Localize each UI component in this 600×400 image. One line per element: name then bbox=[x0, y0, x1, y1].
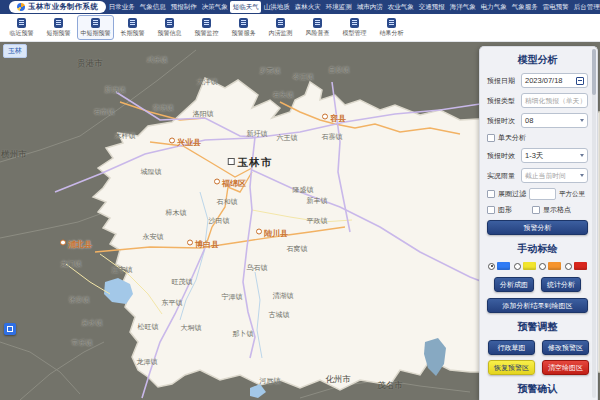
forecast-time-select[interactable]: 08 bbox=[521, 113, 588, 128]
adjust-button-1[interactable]: 行政草图 bbox=[488, 340, 535, 355]
forecast-period-value: 1-3天 bbox=[525, 151, 543, 161]
forecast-date-row: 预报日期 2023/07/18 bbox=[487, 73, 588, 88]
county-label: 容县 bbox=[322, 113, 346, 124]
town-label: 江宁镇 bbox=[112, 265, 133, 275]
warning-analysis-button[interactable]: 预警分析 bbox=[487, 220, 588, 235]
display-options-row: 图形 显示格点 bbox=[487, 205, 588, 215]
single-day-checkbox[interactable] bbox=[487, 134, 495, 142]
forecast-date-input[interactable]: 2023/07/18 bbox=[521, 73, 588, 88]
top-nav-item-6[interactable]: 山洪地质 bbox=[261, 1, 292, 13]
top-nav-item-14[interactable]: 气象服务 bbox=[509, 1, 540, 13]
app-logo[interactable]: 玉林市业务制作系统 bbox=[9, 1, 106, 13]
panel-scrollbar[interactable] bbox=[592, 49, 596, 398]
top-nav-item-9[interactable]: 城市内涝 bbox=[354, 1, 385, 13]
warning-confirm-title: 预警确认 bbox=[487, 382, 588, 396]
plot-color-option-3[interactable] bbox=[539, 262, 561, 270]
tab-8[interactable]: 内涝监测 bbox=[262, 15, 299, 40]
tab-3[interactable]: 中短期预警 bbox=[77, 15, 114, 40]
town-label: 宁潭镇 bbox=[222, 292, 243, 302]
tab-label: 预警信息 bbox=[158, 29, 182, 38]
plot-color-option-2[interactable] bbox=[514, 262, 536, 270]
county-label: 浦北县 bbox=[60, 239, 92, 250]
town-label: 石和镇 bbox=[217, 197, 238, 207]
top-nav-item-11[interactable]: 交通预报 bbox=[416, 1, 447, 13]
town-label: 石头镇 bbox=[273, 90, 294, 100]
globe-icon bbox=[17, 3, 25, 11]
grid-points-checkbox[interactable] bbox=[532, 206, 540, 214]
top-nav-item-8[interactable]: 环境监测 bbox=[323, 1, 354, 13]
top-nav-item-3[interactable]: 预报制作 bbox=[168, 1, 199, 13]
chevron-down-icon bbox=[580, 174, 584, 177]
town-label: 新塘镇 bbox=[105, 85, 126, 95]
top-nav-item-4[interactable]: 决策气象 bbox=[199, 1, 230, 13]
county-label: 兴业县 bbox=[169, 137, 201, 148]
town-label: 六王镇 bbox=[277, 133, 298, 143]
top-nav-item-7[interactable]: 森林火灾 bbox=[292, 1, 323, 13]
adjust-button-4[interactable]: 清空绘图区 bbox=[542, 360, 589, 375]
topbar: 玉林市业务制作系统 日常业务气象信息预报制作决策气象短临天气山洪地质森林火灾环境… bbox=[0, 0, 600, 14]
tab-4[interactable]: 长期预警 bbox=[114, 15, 151, 40]
tab-7[interactable]: 预警服务 bbox=[225, 15, 262, 40]
analysis-image-button[interactable]: 分析成图 bbox=[494, 277, 534, 292]
top-nav-item-2[interactable]: 气象信息 bbox=[137, 1, 168, 13]
tab-11[interactable]: 结果分析 bbox=[373, 15, 410, 40]
model-analysis-title: 模型分析 bbox=[487, 53, 588, 67]
legend-checkbox[interactable] bbox=[487, 206, 495, 214]
tab-5[interactable]: 预警信息 bbox=[151, 15, 188, 40]
town-label: 蒲塘镇 bbox=[153, 103, 174, 113]
color-swatch bbox=[523, 262, 536, 270]
plot-color-option-1[interactable] bbox=[488, 262, 510, 270]
forecast-time-row: 预报时次 08 bbox=[487, 113, 588, 128]
forecast-period-select[interactable]: 1-3天 bbox=[521, 148, 588, 163]
forecast-date-value: 2023/07/18 bbox=[525, 76, 563, 85]
area-filter-checkbox[interactable] bbox=[487, 190, 495, 198]
city-label: 化州市 bbox=[325, 374, 351, 386]
adjust-button-2[interactable]: 修改预警区 bbox=[542, 340, 589, 355]
legend-label: 图形 bbox=[498, 205, 512, 215]
tab-10[interactable]: 模型管理 bbox=[336, 15, 373, 40]
map-layer-control[interactable] bbox=[4, 323, 16, 335]
app-screen: 玉林市业务制作系统 日常业务气象信息预报制作决策气象短临天气山洪地质森林火灾环境… bbox=[0, 0, 600, 400]
town-label: 自良镇 bbox=[329, 65, 350, 75]
top-nav-item-16[interactable]: 后台管理 bbox=[571, 1, 600, 13]
plot-color-option-4[interactable] bbox=[565, 262, 587, 270]
top-nav-item-5[interactable]: 短临天气 bbox=[230, 1, 261, 13]
town-label: 大垌镇 bbox=[181, 323, 202, 333]
main-city-label: 玉林市 bbox=[228, 156, 273, 170]
area-filter-unit: 平方公里 bbox=[559, 190, 585, 199]
tab-2[interactable]: 短期预警 bbox=[40, 15, 77, 40]
top-nav-item-1[interactable]: 日常业务 bbox=[106, 1, 137, 13]
forecast-date-label: 预报日期 bbox=[487, 76, 518, 86]
tab-label: 模型管理 bbox=[343, 29, 367, 38]
warning-adjust-title: 预警调整 bbox=[487, 320, 588, 334]
top-nav-item-10[interactable]: 农业气象 bbox=[385, 1, 416, 13]
area-filter-input[interactable] bbox=[529, 188, 556, 200]
document-icon bbox=[17, 18, 26, 28]
tab-9[interactable]: 风险普查 bbox=[299, 15, 336, 40]
town-label: 龙门镇 bbox=[61, 259, 82, 269]
tab-6[interactable]: 预警监控 bbox=[188, 15, 225, 40]
town-label: 新圩镇 bbox=[247, 129, 268, 139]
forecast-type-input[interactable]: 精细化预报（单天） bbox=[521, 93, 588, 108]
tab-label: 临近预警 bbox=[10, 29, 34, 38]
single-day-label: 单天分析 bbox=[498, 133, 526, 143]
radio-icon bbox=[565, 263, 572, 270]
adjust-button-3[interactable]: 恢复预警区 bbox=[488, 360, 535, 375]
town-label: 岑江镇 bbox=[293, 72, 314, 82]
radio-icon bbox=[488, 263, 495, 270]
color-swatch bbox=[574, 262, 587, 270]
forecast-period-row: 预报时效 1-3天 bbox=[487, 148, 588, 163]
town-label: 泉水镇 bbox=[82, 318, 103, 328]
top-nav-item-12[interactable]: 海洋气象 bbox=[447, 1, 478, 13]
statistics-button[interactable]: 统计分析 bbox=[541, 277, 581, 292]
color-swatch bbox=[497, 262, 510, 270]
add-result-button[interactable]: 添加分析结果到绘图区 bbox=[487, 298, 588, 313]
top-nav-item-13[interactable]: 电力气象 bbox=[478, 1, 509, 13]
tab-1[interactable]: 临近预警 bbox=[3, 15, 40, 40]
rainfall-row: 实况雨量 截止当前时间 bbox=[487, 168, 588, 183]
rainfall-value: 截止当前时间 bbox=[525, 171, 566, 181]
scrollbar-thumb[interactable] bbox=[592, 49, 596, 95]
region-chip[interactable]: 玉林 bbox=[3, 44, 27, 58]
top-nav-item-15[interactable]: 雷电预警 bbox=[540, 1, 571, 13]
rainfall-select[interactable]: 截止当前时间 bbox=[521, 168, 588, 183]
